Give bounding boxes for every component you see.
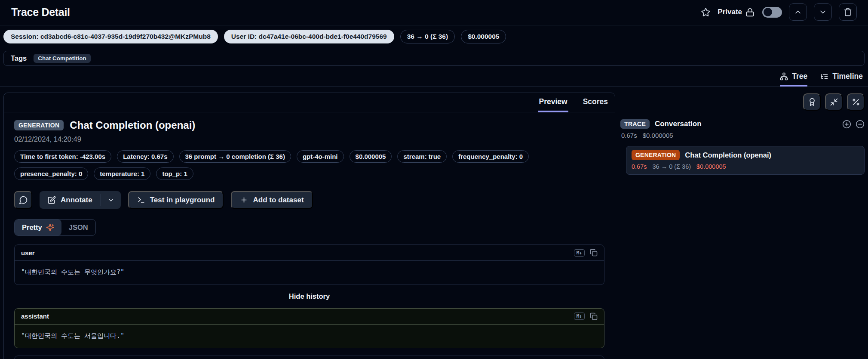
topbar: Trace Detail Private [0,0,868,25]
message-tools: M↓ [574,249,598,257]
comment-icon [19,195,28,204]
toggle-metrics-button[interactable] [847,93,865,111]
tab-scores[interactable]: Scores [582,96,609,112]
generation-latency: 0.67s [632,163,647,170]
toggle-knob [764,8,772,16]
topbar-actions: Private [701,3,857,21]
trace-cost: $0.000005 [643,132,673,139]
privacy-label: Private [718,8,742,16]
expand-all-icon[interactable] [842,120,851,129]
tab-timeline-label: Timeline [832,72,863,81]
sparkles-icon [46,223,54,232]
cost-badge: $0.000005 [461,30,506,43]
trace-tree-sidebar: TRACE Conversation 0.67s $0.000005 GENER… [620,93,865,175]
format-json-button[interactable]: JSON [61,220,95,235]
pill-temperature: temperature: 1 [94,167,150,180]
view-tabs: Tree Timeline [0,68,868,87]
trace-metrics: 0.67s $0.000005 [621,132,865,139]
observation-body: GENERATION Chat Completion (openai) 02/1… [4,112,615,359]
observation-title: Chat Completion (openai) [70,119,195,131]
hide-history-button[interactable]: Hide history [14,292,604,300]
page-title: Trace Detail [11,6,70,19]
observation-panel: Preview Scores GENERATION Chat Completio… [3,93,615,359]
chevron-down-icon [819,8,827,16]
delete-trace-button[interactable] [839,3,857,21]
generation-node-selected[interactable]: GENERATION Chat Completion (openai) 0.67… [626,146,865,175]
tab-tree[interactable]: Tree [780,72,807,87]
markdown-icon[interactable]: M↓ [574,313,585,320]
generation-metrics: 0.67s 36 → 0 (Σ 36) $0.000005 [632,163,859,170]
annotate-label: Annotate [61,196,92,204]
message-card-user-2: user M↓ "감사합니다 " [14,356,604,359]
pill-frequency-penalty: frequency_penalty: 0 [452,150,529,163]
award-icon [808,98,816,106]
message-content: "대한민국의 수도는 서울입니다." [15,325,604,348]
tag-chip[interactable]: Chat Competition [34,54,91,63]
message-role: assistant [21,313,49,320]
trace-node[interactable]: TRACE Conversation [620,119,865,129]
privacy-label-group: Private [718,8,755,17]
generation-cost: $0.000005 [696,163,726,170]
tags-label: Tags [11,54,27,62]
message-header: user M↓ [15,245,604,261]
tab-timeline[interactable]: Timeline [820,72,863,87]
plus-icon [240,196,248,204]
tab-tree-label: Tree [792,72,807,81]
markdown-icon[interactable]: M↓ [574,249,585,257]
token-usage-badge: 36 → 0 (Σ 36) [400,30,455,43]
tab-preview[interactable]: Preview [538,96,568,112]
generation-type-badge: GENERATION [632,150,680,160]
chevron-down-icon [107,197,114,204]
add-to-dataset-button[interactable]: Add to dataset [231,191,313,209]
previous-trace-button[interactable] [789,3,807,21]
message-header: user M↓ [15,356,604,359]
tree-icon [780,72,788,80]
message-card-assistant: assistant M↓ "대한민국의 수도는 서울입니다." [14,308,604,349]
minimize-icon [830,98,838,106]
trace-name: Conversation [655,120,702,128]
user-id-badge[interactable]: User ID: dc47a41e-06bc-400d-bde1-f0e440d… [224,30,394,43]
percent-icon [852,98,860,106]
pill-model[interactable]: gpt-4o-mini [297,150,344,163]
observation-header: GENERATION Chat Completion (openai) [14,119,604,131]
tree-expand-controls [842,120,865,129]
metric-pills: Time to first token: -423.00s Latency: 0… [14,150,604,180]
copy-icon[interactable] [590,313,598,320]
next-trace-button[interactable] [814,3,832,21]
pill-cost: $0.000005 [350,150,392,163]
add-to-dataset-label: Add to dataset [253,196,304,204]
test-in-playground-button[interactable]: Test in playground [128,191,224,209]
message-role: user [21,249,35,257]
star-icon[interactable] [701,7,711,17]
pill-presence-penalty: presence_penalty: 0 [14,167,88,180]
pill-stream: stream: true [397,150,447,163]
format-pretty-button[interactable]: Pretty [15,220,61,235]
comments-button[interactable] [14,191,32,209]
tags-box[interactable]: Tags Chat Competition [3,51,865,66]
action-buttons-row: Annotate Test in playground Add to datas… [14,191,604,209]
terminal-icon [137,196,145,204]
test-in-playground-label: Test in playground [150,196,215,204]
public-private-toggle[interactable] [762,7,782,18]
message-header: assistant M↓ [15,309,604,325]
tags-section: Tags Chat Competition [0,48,868,66]
pill-token-usage: 36 prompt → 0 completion (Σ 36) [179,150,291,163]
session-badge[interactable]: Session: cd3abcd6-c81c-4037-935d-19d9f27… [3,30,218,43]
observation-tabs: Preview Scores [4,93,615,112]
lock-icon [745,8,755,17]
trace-badges-row: Session: cd3abcd6-c81c-4037-935d-19d9f27… [0,25,868,48]
trace-type-badge: TRACE [620,119,650,129]
annotate-dropdown-button[interactable] [101,191,121,209]
copy-icon[interactable] [590,249,598,257]
generation-name: Chat Completion (openai) [685,151,771,159]
trace-latency: 0.67s [621,132,637,139]
collapse-tree-button[interactable] [825,93,843,111]
annotate-button[interactable]: Annotate [40,191,101,209]
format-toggle: Pretty JSON [14,219,96,236]
tree-toolbar [620,93,865,111]
messages-list: user M↓ "대한민국의 수도는 무엇인가요?" Hide history … [14,244,604,359]
trash-icon [843,8,852,16]
collapse-all-icon[interactable] [856,120,865,129]
generation-node-header: GENERATION Chat Completion (openai) [632,150,859,160]
toggle-scores-button[interactable] [803,93,821,111]
